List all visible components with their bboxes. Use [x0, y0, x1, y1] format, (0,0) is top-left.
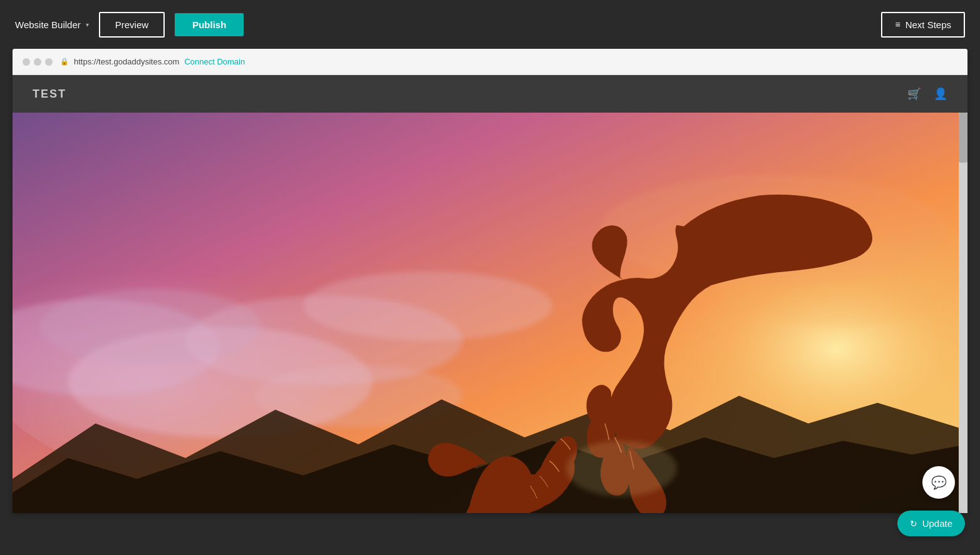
brand-button[interactable]: Website Builder ▾ — [15, 19, 89, 30]
browser-dots — [23, 58, 53, 66]
connect-domain-link[interactable]: Connect Domain — [184, 57, 245, 66]
preview-button[interactable]: Preview — [99, 12, 165, 38]
scrollbar-thumb[interactable] — [959, 113, 967, 163]
dot-red — [23, 58, 30, 66]
dot-yellow — [34, 58, 41, 66]
lock-icon: 🔒 — [60, 58, 69, 66]
browser-bar: 🔒 https://test.godaddysites.com Connect … — [13, 49, 967, 75]
svg-point-7 — [303, 272, 552, 341]
toolbar-right: ≡ Next Steps — [881, 12, 965, 38]
toolbar: Website Builder ▾ Preview Publish ≡ Next… — [0, 0, 980, 49]
publish-button[interactable]: Publish — [175, 13, 244, 36]
svg-point-11 — [566, 440, 677, 496]
site-logo: TEST — [33, 88, 66, 101]
hero-area — [13, 113, 967, 513]
browser-frame: 🔒 https://test.godaddysites.com Connect … — [13, 49, 967, 513]
chat-icon: 💬 — [931, 475, 947, 490]
site-nav: TEST 🛒 👤 — [13, 75, 967, 113]
site-nav-icons: 🛒 👤 — [907, 87, 947, 101]
preview-content: TEST 🛒 👤 — [13, 75, 967, 513]
chat-button[interactable]: 💬 — [922, 466, 955, 499]
next-steps-button[interactable]: ≡ Next Steps — [881, 12, 965, 38]
update-icon: ↻ — [910, 519, 917, 529]
dot-green — [45, 58, 53, 66]
url-text: https://test.godaddysites.com — [74, 57, 179, 66]
brand-chevron-icon: ▾ — [86, 21, 89, 28]
user-icon[interactable]: 👤 — [934, 87, 947, 101]
next-steps-icon: ≡ — [895, 19, 900, 29]
address-bar[interactable]: 🔒 https://test.godaddysites.com Connect … — [60, 57, 957, 66]
update-button[interactable]: ↻ Update — [897, 511, 965, 536]
update-label: Update — [922, 518, 952, 529]
next-steps-label: Next Steps — [905, 19, 951, 30]
cart-icon[interactable]: 🛒 — [907, 87, 921, 101]
brand-label: Website Builder — [15, 19, 81, 30]
scrollbar-track[interactable] — [959, 113, 967, 513]
